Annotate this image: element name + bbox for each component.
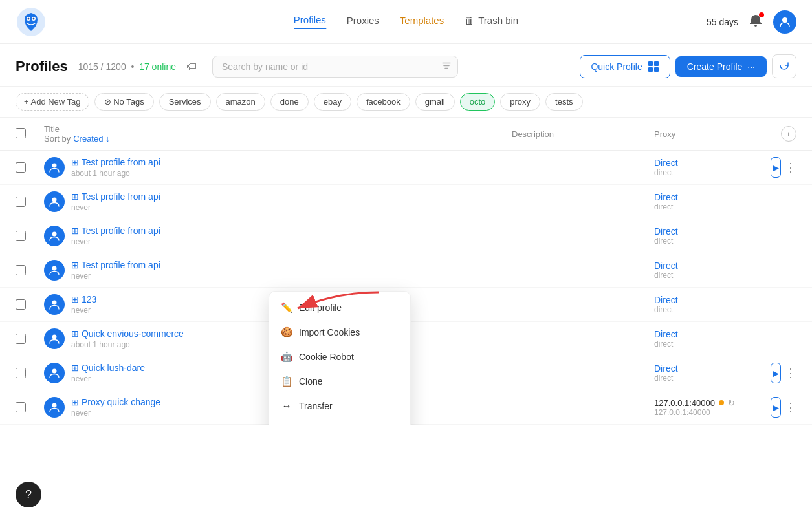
cookie-icon: 🍪 — [281, 326, 292, 338]
filter-icon[interactable] — [441, 60, 452, 72]
svg-point-4 — [33, 17, 35, 19]
row-select-8[interactable] — [16, 402, 26, 412]
nav-templates[interactable]: Templates — [400, 15, 444, 28]
add-new-tag-button[interactable]: + Add New Tag — [16, 93, 89, 111]
profile-details-2: ⊞ Test profile from api never — [71, 191, 160, 212]
profile-name-5[interactable]: ⊞ 123 — [71, 294, 96, 304]
row-actions-8: ▶ ⋮ — [771, 397, 796, 418]
os-icon-2: ⊞ — [71, 191, 82, 202]
profile-details-1: ⊞ Test profile from api about 1 hour ago — [71, 157, 160, 178]
search-bar — [212, 56, 458, 78]
menu-edit-profile[interactable]: ✏️ Edit profile — [269, 295, 410, 320]
proxy-refresh-icon[interactable]: ↻ — [728, 398, 735, 408]
profile-info-2: ⊞ Test profile from api never — [44, 191, 512, 212]
row-select-3[interactable] — [16, 231, 26, 241]
menu-clone-label: Clone — [299, 376, 323, 387]
svg-point-13 — [52, 266, 57, 271]
profile-name-4[interactable]: ⊞ Test profile from api — [71, 260, 160, 270]
create-profile-button[interactable]: Create Profile ··· — [675, 56, 767, 77]
trash-nav-icon: 🗑 — [465, 15, 474, 26]
tag-edit-icon[interactable]: 🏷 — [186, 61, 197, 72]
play-button-8[interactable]: ▶ — [771, 397, 781, 418]
transfer-icon: ↔️ — [281, 400, 292, 411]
row-select-7[interactable] — [16, 368, 26, 378]
row-select-5[interactable] — [16, 299, 26, 310]
profile-name-8[interactable]: ⊞ Proxy quick change — [71, 397, 160, 407]
notifications-button[interactable] — [749, 14, 763, 30]
more-button-1[interactable]: ⋮ — [785, 158, 796, 176]
proxy-info-3: Direct direct — [654, 226, 771, 246]
proxy-status-dot — [719, 400, 724, 405]
tag-tests[interactable]: tests — [545, 93, 582, 111]
play-button-7[interactable]: ▶ — [771, 363, 781, 383]
os-icon-7: ⊞ — [71, 363, 82, 373]
row-checkbox-1 — [16, 162, 44, 173]
tag-gmail[interactable]: gmail — [415, 93, 455, 111]
table-row: ⊞ Test profile from api never Direct dir… — [0, 219, 812, 253]
menu-export[interactable]: 📤 Export — [269, 418, 410, 425]
svg-point-11 — [52, 198, 57, 202]
svg-rect-6 — [648, 61, 653, 66]
proxy-info-8: 127.0.0.1:40000 ↻ 127.0.0.1:40000 — [654, 398, 771, 417]
row-actions-7: ▶ ⋮ — [771, 363, 796, 383]
profile-count: 1015 / 1200 • 17 online — [78, 61, 176, 72]
proxy-info-2: Direct direct — [654, 192, 771, 211]
proxy-col-header: Proxy — [654, 129, 771, 139]
more-button-8[interactable]: ⋮ — [785, 398, 796, 416]
os-icon-3: ⊞ — [71, 226, 82, 236]
svg-point-12 — [52, 232, 57, 237]
profile-name-3[interactable]: ⊞ Test profile from api — [71, 226, 160, 236]
profile-avatar-2 — [44, 191, 65, 212]
nav-proxies[interactable]: Proxies — [347, 15, 379, 28]
quick-profile-button[interactable]: Quick Profile — [580, 55, 670, 78]
header-checkbox-cell — [16, 128, 44, 140]
tag-services[interactable]: Services — [159, 93, 211, 111]
profile-name-7[interactable]: ⊞ Quick lush-dare — [71, 363, 145, 373]
sort-label[interactable]: Sort by Created ↓ — [44, 134, 512, 144]
tag-done[interactable]: done — [270, 93, 309, 111]
svg-rect-9 — [654, 67, 659, 72]
profile-details-3: ⊞ Test profile from api never — [71, 226, 160, 246]
tag-proxy[interactable]: proxy — [500, 93, 540, 111]
row-select-1[interactable] — [16, 162, 26, 173]
svg-point-10 — [52, 164, 57, 168]
sort-field[interactable]: Created ↓ — [73, 134, 109, 144]
nav-links: Profiles Proxies Templates 🗑 Trash bin — [294, 14, 518, 29]
nav-trash[interactable]: 🗑 Trash bin — [465, 15, 518, 28]
more-button-7[interactable]: ⋮ — [785, 364, 796, 382]
refresh-button[interactable] — [772, 54, 796, 78]
svg-rect-8 — [648, 67, 653, 72]
menu-import-cookies[interactable]: 🍪 Import Cookies — [269, 320, 410, 345]
profile-name-2[interactable]: ⊞ Test profile from api — [71, 191, 160, 202]
profile-name-1[interactable]: ⊞ Test profile from api — [71, 157, 160, 167]
row-select-2[interactable] — [16, 197, 26, 207]
tag-ebay[interactable]: ebay — [314, 93, 351, 111]
search-input[interactable] — [212, 56, 458, 78]
nav-profiles[interactable]: Profiles — [294, 14, 326, 29]
menu-transfer[interactable]: ↔️ Transfer — [269, 394, 410, 418]
select-all-checkbox[interactable] — [16, 128, 26, 138]
tag-amazon[interactable]: amazon — [216, 93, 265, 111]
profile-avatar-6 — [44, 328, 65, 349]
play-button-1[interactable]: ▶ — [771, 157, 781, 178]
svg-point-5 — [782, 17, 787, 23]
profile-details-5: ⊞ 123 never — [71, 294, 96, 315]
proxy-info-1: Direct direct — [654, 158, 771, 177]
menu-cookie-robot[interactable]: 🤖 Cookie Robot — [269, 345, 410, 369]
tag-octo[interactable]: octo — [460, 93, 496, 111]
menu-import-cookies-label: Import Cookies — [299, 327, 360, 337]
table-row: ⊞ Test profile from api never Direct dir… — [0, 185, 812, 219]
app-logo[interactable] — [16, 6, 47, 37]
row-select-6[interactable] — [16, 334, 26, 344]
profile-info-1: ⊞ Test profile from api about 1 hour ago — [44, 157, 512, 178]
add-column-button[interactable]: + — [781, 126, 796, 142]
no-tags-icon: ⊘ — [104, 97, 111, 107]
profile-name-6[interactable]: ⊞ Quick envious-commerce — [71, 328, 184, 339]
tag-no-tags[interactable]: ⊘ No Tags — [94, 93, 154, 111]
tag-facebook[interactable]: facebook — [357, 93, 410, 111]
row-select-4[interactable] — [16, 265, 26, 275]
profile-details-8: ⊞ Proxy quick change never — [71, 397, 160, 418]
nav-right: 55 days — [707, 10, 796, 34]
menu-clone[interactable]: 📋 Clone — [269, 369, 410, 394]
user-avatar[interactable] — [773, 10, 796, 34]
